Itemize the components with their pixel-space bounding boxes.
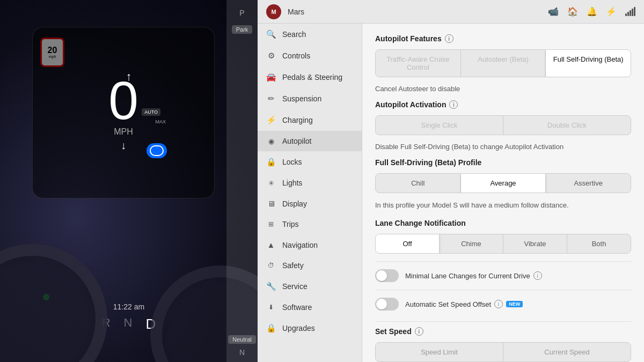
current-speed-option[interactable]: Current Speed [503, 343, 631, 361]
signal-icon [625, 7, 635, 16]
instrument-cluster: 0 AUTO MAX MPH ↓ [32, 27, 215, 198]
sidebar-label-autopilot: Autopilot [282, 137, 311, 145]
neutral-badge: Neutral [228, 335, 255, 344]
gear-selector: R N D [102, 316, 156, 333]
set-speed-info-icon[interactable]: i [415, 327, 423, 336]
sidebar-label-pedals: Pedals & Steering [282, 73, 342, 82]
autopilot-status-icon [147, 143, 167, 158]
dashboard: 20 mph 0 AUTO MAX MPH ↓ ↑ 11:22 am R N D… [0, 0, 258, 362]
gear-n: N [124, 316, 133, 333]
right-panel: M Mars 📹 🏠 🔔 ⚡ 🔍 Search ⚙ [258, 0, 644, 362]
fsd-option[interactable]: Full Self-Driving (Beta) [546, 50, 631, 77]
search-icon: 🔍 [266, 29, 276, 39]
chill-option[interactable]: Chill [376, 174, 461, 193]
set-speed-group: Speed Limit Current Speed [375, 342, 631, 362]
double-click-option[interactable]: Double Click [503, 116, 631, 135]
auto-set-speed-row: Automatic Set Speed Offset i NEW [375, 290, 631, 318]
sidebar-item-upgrades[interactable]: 🔒 Upgrades [258, 317, 362, 339]
gear-panel: P Park Neutral N [226, 0, 258, 362]
autopilot-icon: ◉ [266, 137, 276, 145]
chime-option[interactable]: Chime [440, 234, 503, 253]
suspension-icon: ✏ [266, 94, 276, 104]
sidebar-item-software[interactable]: ⬇ Software [258, 297, 362, 317]
sidebar-item-service[interactable]: 🔧 Service [258, 276, 362, 297]
avatar: M [266, 4, 281, 19]
locks-icon: 🔒 [266, 157, 276, 167]
divider [375, 321, 631, 322]
fsd-profile-title: Full Self-Driving (Beta) Profile [375, 158, 631, 167]
minimal-lane-label: Minimal Lane Changes for Current Drive i [405, 271, 542, 280]
sidebar-label-trips: Trips [282, 220, 299, 228]
minimal-lane-info-icon[interactable]: i [533, 271, 542, 280]
speed-display: 0 [108, 73, 138, 127]
arrow-up-icon: ↑ [126, 70, 132, 84]
vibrate-option[interactable]: Vibrate [503, 234, 567, 253]
sidebar-item-pedals-steering[interactable]: 🚘 Pedals & Steering [258, 67, 362, 88]
arrow-down-icon: ↓ [121, 139, 126, 152]
sidebar-item-suspension[interactable]: ✏ Suspension [258, 88, 362, 109]
max-label: MAX [155, 119, 166, 124]
sidebar-item-lights[interactable]: ✳ Lights [258, 173, 362, 193]
single-click-option[interactable]: Single Click [376, 116, 503, 135]
lane-change-title: Lane Change Notification [375, 219, 631, 227]
features-info-icon[interactable]: i [445, 34, 453, 43]
park-badge: Park [232, 25, 253, 34]
disable-fsd-text: Disable Full Self-Driving (Beta) to chan… [375, 143, 631, 151]
upgrades-icon: 🔒 [266, 323, 276, 333]
pedals-icon: 🚘 [266, 72, 276, 82]
navigation-icon: ▲ [266, 240, 276, 249]
activation-group: Single Click Double Click [375, 115, 631, 135]
sidebar: 🔍 Search ⚙ Controls 🚘 Pedals & Steering … [258, 24, 362, 362]
sidebar-item-search[interactable]: 🔍 Search [258, 24, 362, 45]
minimal-lane-toggle[interactable] [375, 269, 399, 282]
service-icon: 🔧 [266, 282, 276, 291]
sidebar-item-safety[interactable]: ⏱ Safety [258, 255, 362, 276]
sidebar-item-navigation[interactable]: ▲ Navigation [258, 234, 362, 255]
sidebar-item-trips[interactable]: ⊞ Trips [258, 214, 362, 234]
cancel-autosteer-text: Cancel Autosteer to disable [375, 85, 631, 93]
sidebar-item-autopilot[interactable]: ◉ Autopilot [258, 131, 362, 151]
gear-n-bottom: N [239, 348, 245, 357]
lights-icon: ✳ [266, 179, 276, 187]
bluetooth-icon[interactable]: ⚡ [606, 6, 617, 17]
traffic-aware-option[interactable]: Traffic-Aware Cruise Control [376, 50, 461, 77]
home-icon[interactable]: 🏠 [567, 6, 578, 17]
bell-icon[interactable]: 🔔 [587, 6, 597, 17]
new-badge: NEW [506, 301, 523, 307]
activation-title: Autopilot Activation i [375, 100, 631, 109]
auto-set-speed-info-icon[interactable]: i [494, 300, 503, 308]
gear-p: P [226, 5, 258, 20]
sidebar-item-controls[interactable]: ⚙ Controls [258, 45, 362, 67]
lane-change-group: Off Chime Vibrate Both [375, 234, 631, 254]
main-content: 🔍 Search ⚙ Controls 🚘 Pedals & Steering … [258, 24, 644, 362]
charging-icon: ⚡ [266, 115, 276, 125]
average-option[interactable]: Average [461, 174, 546, 193]
autopilot-features-title: Autopilot Features i [375, 34, 631, 43]
avatar-initials: M [271, 9, 276, 15]
time-display: 11:22 am [113, 302, 144, 311]
sidebar-item-locks[interactable]: 🔒 Locks [258, 151, 362, 173]
off-option[interactable]: Off [376, 234, 440, 253]
sidebar-label-search: Search [282, 30, 306, 39]
sidebar-label-suspension: Suspension [282, 94, 321, 103]
sidebar-item-display[interactable]: 🖥 Display [258, 193, 362, 214]
camera-icon[interactable]: 📹 [548, 6, 559, 17]
assertive-option[interactable]: Assertive [546, 174, 631, 193]
autosteer-option[interactable]: Autosteer (Beta) [461, 50, 546, 77]
speed-limit-option[interactable]: Speed Limit [376, 343, 503, 361]
set-speed-title: Set Speed i [375, 327, 631, 336]
auto-set-speed-label: Automatic Set Speed Offset i NEW [405, 300, 523, 308]
activation-info-icon[interactable]: i [449, 100, 458, 109]
auto-set-speed-toggle[interactable] [375, 298, 399, 311]
auto-label: AUTO [142, 108, 160, 116]
header-icons: 📹 🏠 🔔 ⚡ [548, 6, 635, 17]
sidebar-label-navigation: Navigation [282, 241, 318, 249]
minimal-lane-row: Minimal Lane Changes for Current Drive i [375, 261, 631, 290]
sidebar-item-charging[interactable]: ⚡ Charging [258, 109, 362, 131]
sidebar-label-software: Software [282, 303, 312, 312]
sidebar-label-charging: Charging [282, 116, 313, 124]
sidebar-label-upgrades: Upgrades [282, 324, 315, 333]
sidebar-label-service: Service [282, 282, 308, 291]
profile-name: Mars [288, 8, 304, 16]
both-option[interactable]: Both [567, 234, 631, 253]
